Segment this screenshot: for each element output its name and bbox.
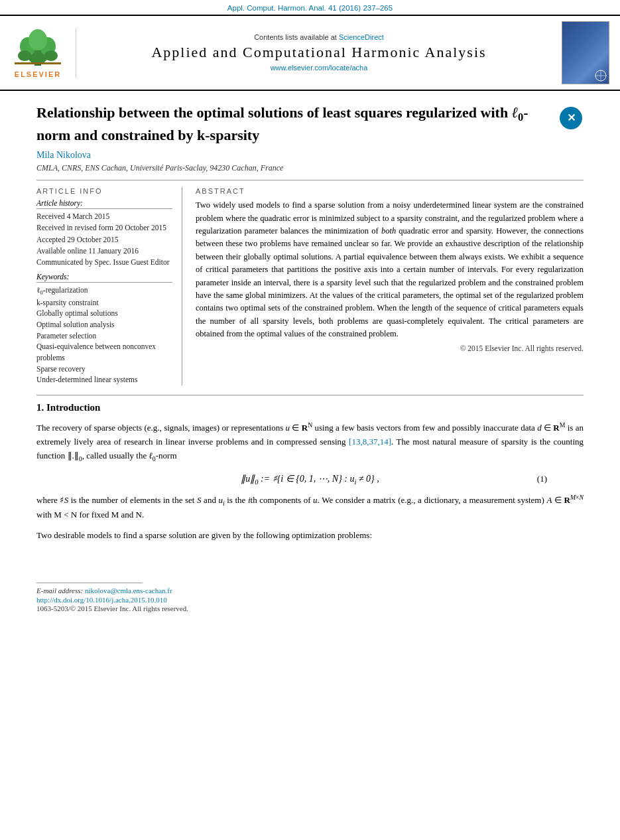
svg-point-7 — [44, 50, 58, 61]
svg-point-4 — [29, 29, 47, 50]
received2: Received in revised form 20 October 2015 — [36, 222, 172, 233]
abstract-text: Two widely used models to find a sparse … — [196, 199, 584, 340]
communicated: Communicated by Spec. Issue Guest Editor — [36, 257, 172, 267]
intro-para3: Two desirable models to find a sparse so… — [36, 529, 584, 543]
paper-body: Relationship between the optimal solutio… — [0, 91, 620, 626]
author-name: Mila Nikolova — [36, 150, 584, 161]
keyword-item: Sparse recovery — [36, 364, 172, 375]
elsevier-tree-icon — [8, 28, 68, 69]
keyword-item: k-sparsity constraint — [36, 297, 172, 309]
equation1-number: (1) — [537, 474, 547, 484]
article-history-title: Article history: — [36, 199, 172, 209]
article-history: Article history: Received 4 March 2015 R… — [36, 199, 172, 267]
article-info-column: ARTICLE INFO Article history: Received 4… — [36, 187, 182, 385]
keyword-item: Quasi-equivalence between nonconvex prob… — [36, 341, 172, 363]
journal-citation: Appl. Comput. Harmon. Anal. 41 (2016) 23… — [0, 0, 620, 15]
journal-cover-image — [562, 21, 609, 84]
issn-line: 1063-5203/© 2015 Elsevier Inc. All right… — [36, 604, 584, 612]
banner-contents: Contents lists available at ScienceDirec… — [90, 33, 548, 41]
keywords-list: ℓ0-regularization k-sparsity constraint … — [36, 285, 172, 385]
two-column-section: ARTICLE INFO Article history: Received 4… — [36, 187, 584, 385]
elsevier-label: ELSEVIER — [15, 70, 61, 78]
equation1: ‖u‖0 := ♯{i ∈ {0, 1, ⋯, N} : ui ≠ 0} , (… — [36, 473, 584, 486]
crossmark-icon: ✕ — [558, 105, 584, 131]
banner-center: Contents lists available at ScienceDirec… — [83, 33, 555, 73]
equation1-container: ‖u‖0 := ♯{i ∈ {0, 1, ⋯, N} : ui ≠ 0} , (… — [36, 473, 584, 486]
abstract-label: ABSTRACT — [196, 187, 584, 195]
doi-line[interactable]: http://dx.doi.org/10.1016/j.acha.2015.10… — [36, 596, 584, 604]
cover-decoration-icon — [594, 69, 607, 82]
svg-rect-5 — [15, 62, 61, 64]
footnote-email: E-mail address: nikolova@cmla.ens-cachan… — [36, 587, 584, 595]
keyword-item: Under-determined linear systems — [36, 374, 172, 385]
keywords-title: Keywords: — [36, 273, 172, 283]
keyword-item: Optimal solution analysis — [36, 319, 172, 330]
intro-para1: The recovery of sparse objects (e.g., si… — [36, 420, 584, 464]
copyright: © 2015 Elsevier Inc. All rights reserved… — [196, 344, 584, 352]
email-link[interactable]: nikolova@cmla.ens-cachan.fr — [85, 587, 172, 595]
svg-point-6 — [18, 50, 31, 61]
affiliation: CMLA, CNRS, ENS Cachan, Université Paris… — [36, 163, 584, 173]
title-divider — [36, 180, 584, 180]
abstract-column: ABSTRACT Two widely used models to find … — [182, 187, 584, 385]
svg-text:✕: ✕ — [567, 112, 576, 123]
keyword-item: ℓ0-regularization — [36, 285, 172, 297]
equation1-content: ‖u‖0 := ♯{i ∈ {0, 1, ⋯, N} : ui ≠ 0} , — [241, 473, 379, 486]
keyword-item: Globally optimal solutions — [36, 308, 172, 319]
intro-para2: where ♯S is the number of elements in th… — [36, 492, 584, 522]
journal-url[interactable]: www.elsevier.com/locate/acha — [271, 64, 368, 72]
journal-title: Applied and Computational Harmonic Analy… — [90, 44, 548, 61]
footnote-divider — [36, 583, 143, 583]
intro-divider — [36, 395, 584, 395]
accepted: Accepted 29 October 2015 — [36, 234, 172, 245]
footnote-area: E-mail address: nikolova@cmla.ens-cachan… — [36, 583, 584, 612]
title-section: Relationship between the optimal solutio… — [36, 103, 584, 145]
sciencedirect-link[interactable]: ScienceDirect — [339, 33, 384, 41]
article-info-label: ARTICLE INFO — [36, 187, 172, 195]
elsevier-logo: ELSEVIER — [7, 28, 76, 78]
received1: Received 4 March 2015 — [36, 211, 172, 222]
available: Available online 11 January 2016 — [36, 245, 172, 256]
journal-banner: ELSEVIER Contents lists available at Sci… — [0, 15, 620, 91]
intro-heading: 1. Introduction — [36, 402, 584, 413]
journal-cover — [562, 21, 613, 84]
paper-title: Relationship between the optimal solutio… — [36, 103, 558, 145]
keyword-item: Parameter selection — [36, 330, 172, 342]
